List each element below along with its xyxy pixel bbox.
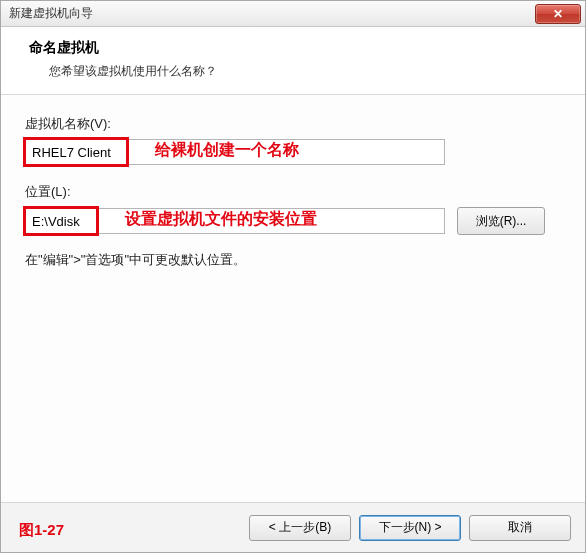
wizard-footer: 图1-27 < 上一步(B) 下一步(N) > 取消 xyxy=(1,502,585,552)
vm-location-input[interactable] xyxy=(25,208,445,234)
cancel-button[interactable]: 取消 xyxy=(469,515,571,541)
vm-name-label: 虚拟机名称(V): xyxy=(25,115,561,133)
close-icon: ✕ xyxy=(553,7,563,21)
window-title: 新建虚拟机向导 xyxy=(9,5,93,22)
vm-name-input[interactable] xyxy=(25,139,445,165)
vm-location-label: 位置(L): xyxy=(25,183,561,201)
titlebar: 新建虚拟机向导 ✕ xyxy=(1,1,585,27)
back-button[interactable]: < 上一步(B) xyxy=(249,515,351,541)
page-subtitle: 您希望该虚拟机使用什么名称？ xyxy=(49,63,565,80)
vm-location-wrap: 设置虚拟机文件的安装位置 xyxy=(25,208,445,234)
wizard-content: 虚拟机名称(V): 给裸机创建一个名称 位置(L): 设置虚拟机文件的安装位置 … xyxy=(1,95,585,502)
vm-name-row: 给裸机创建一个名称 xyxy=(25,139,561,165)
figure-label: 图1-27 xyxy=(19,521,64,540)
page-title: 命名虚拟机 xyxy=(29,39,565,57)
wizard-header: 命名虚拟机 您希望该虚拟机使用什么名称？ xyxy=(1,27,585,95)
browse-button[interactable]: 浏览(R)... xyxy=(457,207,545,235)
next-button[interactable]: 下一步(N) > xyxy=(359,515,461,541)
vm-location-row: 设置虚拟机文件的安装位置 浏览(R)... xyxy=(25,207,561,235)
wizard-window: 新建虚拟机向导 ✕ 命名虚拟机 您希望该虚拟机使用什么名称？ 虚拟机名称(V):… xyxy=(0,0,586,553)
default-location-hint: 在"编辑">"首选项"中可更改默认位置。 xyxy=(25,251,561,269)
close-button[interactable]: ✕ xyxy=(535,4,581,24)
